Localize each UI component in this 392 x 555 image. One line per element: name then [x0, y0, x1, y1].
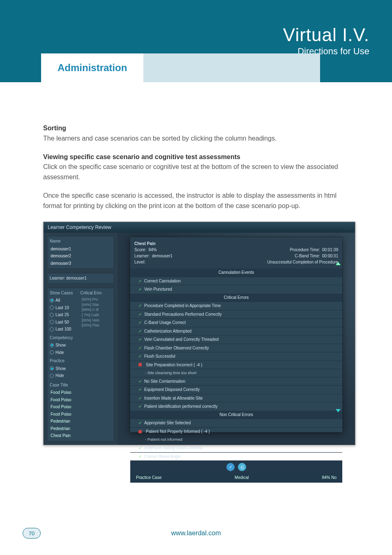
popup-learner-label: Learner: [134, 254, 150, 258]
sub-row: - Site cleansing time too short [130, 369, 342, 377]
para-sorting: The learners and case scenarios can be s… [43, 135, 277, 142]
critical-row: ✓Standard Precautions Performed Correctl… [130, 310, 342, 319]
section-cannulation: Cannulation Events [130, 268, 342, 277]
show-cases-label: Show Cases [50, 290, 73, 296]
ok-button[interactable]: ✓ [226, 463, 235, 471]
learner-item[interactable]: demouser2 [50, 252, 111, 260]
cases-filter-option[interactable]: Last 100 [50, 326, 78, 333]
popup-footer: Practice Case Medical 84% No [130, 473, 342, 483]
row-text: Appropriate Site Selected [144, 420, 191, 426]
row-text: Catheterization Attempted [144, 328, 191, 335]
row-text: Equipment Disposed Correctly [144, 386, 200, 393]
case-item[interactable]: Chest Pain [50, 432, 111, 439]
critical-row: ✓Vein Cannulated and Correctly Threaded [130, 335, 342, 344]
check-icon: ✓ [138, 345, 142, 352]
learner-item[interactable]: demouser3 [50, 260, 111, 267]
row-text: Vein Punctured [144, 286, 172, 293]
doc-title-block: Virtual I.V. Directions for Use [283, 25, 369, 57]
row-text: Vein Cannulated and Correctly Threaded [144, 336, 219, 343]
practice-option[interactable]: Hide [50, 372, 111, 379]
check-icon: ✓ [138, 453, 142, 460]
case-item[interactable]: Food Poiso [50, 389, 111, 396]
critical-row: Site Preparation Incorrect ( -4 ) [130, 361, 342, 369]
footer-url: www.laerdal.com [0, 530, 392, 537]
check-icon: ✓ [138, 336, 142, 343]
case-item[interactable]: Pedestrian [50, 425, 111, 432]
scroll-down-icon[interactable] [336, 409, 341, 412]
cannulation-row: ✓Correct Cannulation [130, 277, 342, 285]
learner-sel-label: Learner: [50, 276, 65, 280]
noncritical-row: Patient Not Properly Informed ( -4 ) [130, 427, 342, 436]
tab-spacer [143, 53, 320, 82]
cases-filter-option[interactable]: Last 50 [50, 319, 78, 326]
check-icon: ✓ [138, 378, 142, 385]
section-critical: Critical Errors [130, 294, 342, 302]
embedded-screenshot: Learner Competency Review Name demouser1… [43, 222, 355, 445]
popup-header: Chest Pain Score: 84% Learner: demouser1… [130, 237, 342, 268]
stat-line: [02%] Flas [82, 323, 99, 328]
heading-sorting: Sorting [43, 125, 66, 132]
competency-option[interactable]: Hide [50, 349, 111, 356]
noncritical-row: ✓Correct Bevel Angle [130, 452, 342, 461]
case-item[interactable]: Pedestrian [50, 418, 111, 425]
popup-title: Chest Pain [134, 240, 173, 247]
main-area: Chest Pain Score: 84% Learner: demouser1… [118, 233, 355, 445]
noncritical-row: ✓Appropriate Site Selected [130, 419, 342, 427]
section-noncritical: Non Critical Errors [130, 411, 342, 419]
learner-item[interactable]: demouser1 [50, 245, 111, 253]
check-icon: ✓ [138, 420, 142, 426]
practice-option[interactable]: Show [50, 365, 111, 372]
practice-label: Practice [50, 358, 111, 364]
cases-filter-option[interactable]: Last 25 [50, 311, 78, 319]
learner-sel-value: demouser1 [66, 276, 87, 280]
check-icon: ✓ [138, 319, 142, 326]
cband-value: 00:00:31 [322, 254, 338, 258]
row-text: Procedure Completed in Appropriate Time [144, 303, 221, 309]
popup-learner-value: demouser1 [152, 254, 173, 258]
scroll-up-icon[interactable] [336, 262, 341, 265]
critical-label: Critical Erro [80, 290, 101, 296]
cases-filter-option[interactable]: All [50, 297, 78, 304]
row-text: C-Band Usage Correct [144, 319, 186, 326]
cases-filter-option[interactable]: Last 10 [50, 304, 78, 312]
check-icon: ✓ [138, 353, 142, 360]
heading-view: Viewing specific case scenario and cogni… [43, 153, 240, 160]
para-view-2: Once the specific case scenario is acces… [43, 191, 353, 211]
window-title: Learner Competency Review [44, 222, 355, 233]
noncritical-row: ✓Extension tubing Used Correctly [130, 444, 342, 452]
print-button[interactable]: ⎙ [238, 463, 246, 471]
critical-row: ✓C-Band Usage Correct [130, 318, 342, 327]
critical-row: ✓Procedure Completed in Appropriate Time [130, 301, 342, 310]
footer-mid: Medical [235, 474, 249, 481]
proc-time-value: 00:01:39 [322, 247, 338, 252]
left-panel: Name demouser1demouser2demouser3 Learner… [44, 233, 118, 445]
case-item[interactable]: Food Poiso [50, 403, 111, 411]
level-label: Level: [134, 259, 173, 265]
critical-row: ✓Patient identification performed correc… [130, 402, 342, 411]
learner-selected: Learner: demouser1 [47, 273, 114, 284]
check-icon: ✓ [138, 395, 142, 402]
doc-title: Virtual I.V. [283, 25, 369, 45]
page-body: Sorting The learners and case scenarios … [0, 82, 392, 462]
competency-option[interactable]: Show [50, 342, 111, 349]
stat-line: [98%] C-B [82, 307, 99, 312]
row-text: Patient identification performed correct… [144, 403, 217, 410]
critical-row: ✓Equipment Disposed Correctly [130, 385, 342, 394]
name-label: Name [50, 238, 111, 245]
critical-row: ✓Catheterization Attempted [130, 327, 342, 335]
cannulation-row: ✓Vein Punctured [130, 285, 342, 294]
row-text: No Site Contamination [144, 378, 185, 385]
score-value: 84% [148, 247, 157, 252]
row-text: Flush Successful [144, 353, 175, 360]
critical-row: ✓Flash Chamber Observed Correctly [130, 344, 342, 352]
row-text: Flash Chamber Observed Correctly [144, 345, 209, 352]
stat-line: [92%] Pro [82, 297, 99, 302]
case-item[interactable]: Food Poiso [50, 411, 111, 418]
completion-status: Unsuccessful Completion of Procedure [267, 259, 338, 265]
learner-list-panel: Name demouser1demouser2demouser3 [47, 236, 114, 269]
check-icon: ✓ [138, 403, 142, 410]
critical-row: ✓No Site Contamination [130, 377, 342, 386]
case-item[interactable]: Food Poiso [50, 396, 111, 404]
row-text: Standard Precautions Performed Correctly [144, 311, 221, 318]
row-text: Site Preparation Incorrect ( -4 ) [146, 362, 202, 368]
